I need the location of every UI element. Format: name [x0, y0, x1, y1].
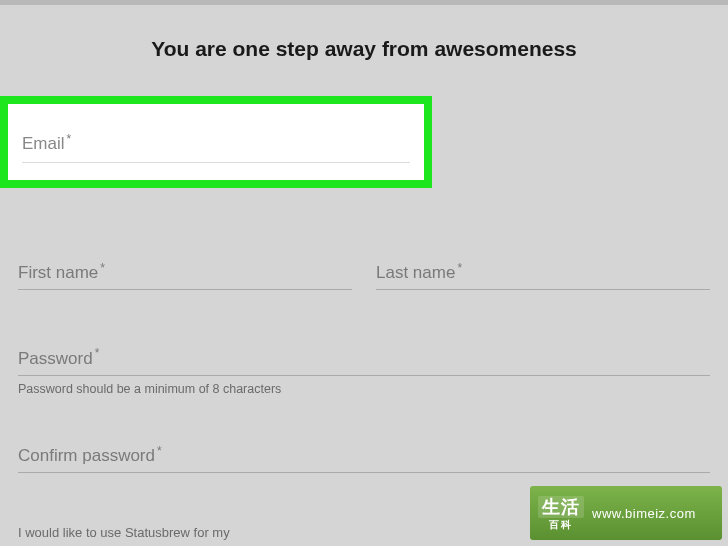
- first-name-field-wrap[interactable]: First name*: [18, 261, 352, 290]
- email-field-wrap[interactable]: Email*: [22, 132, 410, 163]
- password-hint: Password should be a minimum of 8 charac…: [18, 382, 710, 396]
- watermark-text-top: 生活: [538, 496, 584, 518]
- window-top-bar: [0, 0, 728, 5]
- email-highlight-box: Email*: [0, 96, 432, 188]
- last-name-field-wrap[interactable]: Last name*: [376, 261, 710, 290]
- watermark-badge: 生活 百科 www.bimeiz.com: [530, 486, 722, 540]
- watermark-logo: 生活 百科: [538, 496, 584, 530]
- confirm-password-field-wrap[interactable]: Confirm password*: [18, 444, 710, 473]
- page-title: You are one step away from awesomeness: [0, 37, 728, 61]
- watermark-text-bottom: 百科: [549, 520, 573, 530]
- watermark-url: www.bimeiz.com: [592, 506, 696, 521]
- password-field-wrap[interactable]: Password*: [18, 346, 710, 375]
